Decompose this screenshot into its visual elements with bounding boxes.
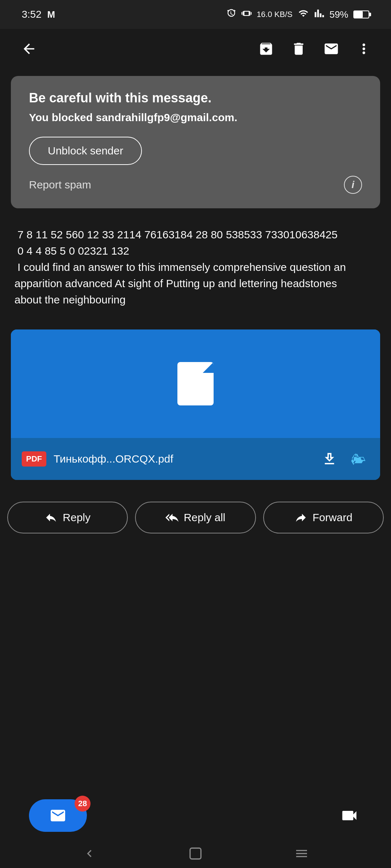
recents-gesture-button[interactable] bbox=[291, 843, 312, 864]
mail-fab[interactable]: 28 bbox=[29, 799, 87, 832]
reply-all-button[interactable]: Reply all bbox=[135, 502, 256, 533]
email-text: 7 8 11 52 560 12 33 2114 76163184 28 80 … bbox=[14, 226, 377, 308]
mail-count-badge: 28 bbox=[75, 796, 91, 812]
attachment-footer: PDF Тинькофф...ORCQX.pdf bbox=[11, 438, 380, 480]
battery-icon bbox=[353, 10, 369, 18]
video-call-button[interactable] bbox=[337, 803, 362, 828]
gmail-status-icon: M bbox=[47, 9, 55, 20]
save-to-drive-button[interactable] bbox=[348, 448, 369, 470]
reply-button[interactable]: Reply bbox=[7, 502, 128, 533]
status-left: 3:52 M bbox=[22, 9, 55, 20]
more-options-button[interactable] bbox=[351, 36, 377, 61]
attachment-card: PDF Тинькофф...ORCQX.pdf bbox=[11, 329, 380, 480]
gesture-bar bbox=[0, 839, 391, 868]
status-right: 16.0 KB/S 59% bbox=[226, 8, 369, 21]
unblock-sender-button[interactable]: Unblock sender bbox=[29, 137, 142, 165]
download-button[interactable] bbox=[319, 448, 340, 470]
vibrate-icon bbox=[241, 8, 252, 21]
home-gesture-button[interactable] bbox=[185, 843, 206, 864]
status-bar: 3:52 M 16.0 KB/S 59% bbox=[0, 0, 391, 29]
action-row: Reply Reply all Forward bbox=[0, 491, 391, 548]
reply-all-label: Reply all bbox=[184, 511, 225, 524]
report-spam-row: Report spam i bbox=[29, 176, 362, 194]
alarm-icon bbox=[226, 8, 236, 21]
info-button[interactable]: i bbox=[344, 176, 362, 194]
app-bar bbox=[0, 29, 391, 69]
svg-rect-0 bbox=[190, 848, 201, 859]
back-gesture-button[interactable] bbox=[79, 843, 100, 864]
mark-read-button[interactable] bbox=[319, 36, 344, 61]
warning-subtitle: You blocked sandrahillgfp9@gmail.com. bbox=[29, 111, 362, 124]
wifi-icon bbox=[298, 8, 309, 21]
report-spam-label[interactable]: Report spam bbox=[29, 179, 91, 191]
file-icon-large bbox=[177, 362, 214, 405]
archive-button[interactable] bbox=[253, 36, 279, 61]
warning-card: Be careful with this message. You blocke… bbox=[11, 76, 380, 208]
bottom-nav-bar: 28 bbox=[0, 792, 391, 839]
reply-label: Reply bbox=[63, 511, 91, 524]
back-button[interactable] bbox=[14, 34, 43, 63]
pdf-badge: PDF bbox=[22, 451, 46, 467]
attachment-preview bbox=[11, 329, 380, 438]
signal-icon bbox=[314, 8, 324, 21]
delete-button[interactable] bbox=[286, 36, 311, 61]
email-body: 7 8 11 52 560 12 33 2114 76163184 28 80 … bbox=[0, 216, 391, 319]
battery-percent: 59% bbox=[329, 9, 348, 20]
warning-title: Be careful with this message. bbox=[29, 90, 362, 106]
network-speed: 16.0 KB/S bbox=[257, 10, 293, 19]
app-bar-actions bbox=[253, 36, 377, 61]
blocked-email: sandrahillgfp9@gmail.com bbox=[96, 111, 234, 123]
status-time: 3:52 bbox=[22, 9, 42, 20]
forward-label: Forward bbox=[312, 511, 352, 524]
bottom-nav: 28 bbox=[0, 792, 391, 868]
attachment-filename: Тинькофф...ORCQX.pdf bbox=[54, 453, 311, 465]
forward-button[interactable]: Forward bbox=[263, 502, 384, 533]
